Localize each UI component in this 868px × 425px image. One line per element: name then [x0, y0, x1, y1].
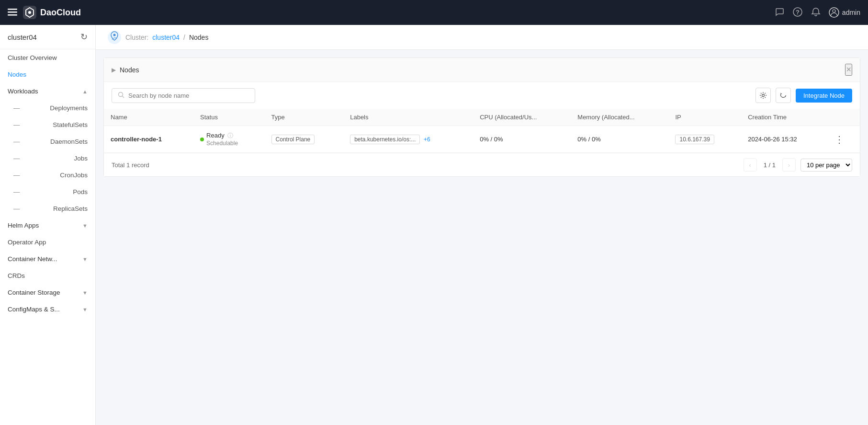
sidebar-label-container-storage: Container Storage	[8, 289, 60, 296]
page-info: 1 / 1	[762, 161, 778, 169]
cell-name: controller-node-1	[104, 126, 193, 153]
pagination-right: ‹ 1 / 1 › 10 per page 20 per page 50 per…	[744, 158, 852, 172]
sidebar-label-pods: Pods	[73, 188, 88, 195]
main-content: Cluster: cluster04 / Nodes ▶ Nodes ×	[96, 25, 868, 425]
col-memory: Memory (Allocated...	[571, 109, 668, 126]
refresh-icon	[779, 92, 787, 99]
sidebar-label-crds: CRDs	[8, 272, 25, 279]
user-menu[interactable]: admin	[829, 7, 860, 18]
sidebar-nav: Cluster Overview Nodes Workloads ▲ — Dep…	[0, 49, 95, 425]
col-cpu: CPU (Allocated/Us...	[473, 109, 571, 126]
svg-point-8	[833, 10, 835, 12]
cell-memory: 0% / 0%	[571, 126, 668, 153]
breadcrumb-cluster-label: Cluster:	[125, 34, 148, 41]
sidebar-item-replicasets[interactable]: — ReplicaSets	[0, 200, 95, 217]
sidebar-item-pods[interactable]: — Pods	[0, 184, 95, 200]
sidebar-label-statefulsets: StatefulSets	[53, 121, 88, 128]
sidebar-item-statefulsets[interactable]: — StatefulSets	[0, 116, 95, 133]
sidebar-item-container-storage[interactable]: Container Storage ▼	[0, 284, 95, 301]
svg-point-12	[762, 94, 764, 97]
cell-ip: 10.6.167.39	[668, 126, 741, 153]
help-icon[interactable]: ?	[792, 7, 803, 19]
sidebar-item-nodes[interactable]: Nodes	[0, 66, 95, 83]
sidebar-label-deployments: Deployments	[50, 104, 88, 112]
sidebar-item-daemonsets[interactable]: — DaemonSets	[0, 133, 95, 150]
svg-point-11	[119, 92, 123, 96]
close-panel-button[interactable]: ×	[845, 64, 852, 76]
sidebar-label-nodes: Nodes	[8, 71, 26, 78]
next-page-button[interactable]: ›	[782, 158, 796, 172]
sidebar-item-cluster-overview[interactable]: Cluster Overview	[0, 49, 95, 66]
sidebar-label-cluster-overview: Cluster Overview	[8, 54, 57, 61]
search-box[interactable]	[112, 88, 255, 103]
toolbar: Integrate Node	[104, 82, 860, 109]
sidebar-item-crds[interactable]: CRDs	[0, 267, 95, 284]
settings-button[interactable]	[755, 88, 771, 103]
cell-labels: beta.kubernetes.io/os:... +6	[343, 126, 473, 153]
search-input[interactable]	[128, 92, 249, 99]
search-icon	[118, 92, 124, 100]
sidebar-item-operator-app[interactable]: Operator App	[0, 234, 95, 251]
col-ip: IP	[668, 109, 741, 126]
pagination: Total 1 record ‹ 1 / 1 › 10 per page 20 …	[104, 153, 860, 176]
sidebar-item-cronjobs[interactable]: — CronJobs	[0, 167, 95, 184]
sidebar-label-workloads: Workloads	[8, 88, 38, 95]
sidebar-cluster-name: cluster04	[8, 33, 37, 41]
container-netw-chevron-icon: ▼	[82, 256, 88, 262]
chat-icon[interactable]	[774, 7, 785, 19]
sidebar-label-replicasets: ReplicaSets	[53, 205, 88, 212]
cell-cpu: 0% / 0%	[473, 126, 571, 153]
col-status: Status	[193, 109, 264, 126]
nodes-table: Name Status Type Labels CPU (Allocated/U…	[104, 109, 860, 153]
username: admin	[842, 9, 860, 16]
svg-rect-1	[8, 11, 17, 13]
sidebar-label-daemonsets: DaemonSets	[50, 138, 88, 145]
sidebar-label-cronjobs: CronJobs	[60, 172, 88, 179]
configmaps-chevron-icon: ▼	[82, 307, 88, 312]
prev-page-button[interactable]: ‹	[744, 158, 757, 172]
sidebar-label-operator-app: Operator App	[8, 239, 46, 246]
total-records: Total 1 record	[112, 161, 149, 169]
nodes-panel-label: Nodes	[120, 66, 139, 74]
notifications-icon[interactable]	[811, 7, 821, 19]
breadcrumb-cluster-name[interactable]: cluster04	[152, 34, 180, 41]
breadcrumb-separator: /	[183, 34, 185, 41]
breadcrumb-current: Nodes	[189, 34, 208, 41]
row-actions-button[interactable]: ⋮	[834, 134, 844, 145]
cell-creation-time: 2024-06-26 15:32	[741, 126, 828, 153]
menu-icon[interactable]	[8, 7, 17, 18]
refresh-button[interactable]	[776, 88, 791, 103]
gear-icon	[759, 92, 767, 99]
sidebar-item-configmaps[interactable]: ConfigMaps & S... ▼	[0, 301, 95, 318]
labels-more-button[interactable]: +6	[424, 136, 430, 143]
svg-point-10	[113, 34, 116, 36]
toolbar-right: Integrate Node	[755, 88, 852, 103]
sidebar-item-deployments[interactable]: — Deployments	[0, 100, 95, 116]
cell-actions: ⋮	[828, 126, 860, 153]
sidebar-item-helm-apps[interactable]: Helm Apps ▼	[0, 217, 95, 234]
sidebar-label-helm-apps: Helm Apps	[8, 222, 39, 229]
nodes-panel-title: ▶ Nodes	[112, 66, 139, 74]
svg-rect-2	[8, 14, 17, 16]
integrate-node-button[interactable]: Integrate Node	[796, 89, 852, 103]
sidebar-label-container-netw: Container Netw...	[8, 255, 57, 263]
svg-rect-0	[8, 9, 17, 10]
col-type: Type	[265, 109, 344, 126]
col-creation-time: Creation Time	[741, 109, 828, 126]
status-info-icon[interactable]: ⓘ	[227, 132, 233, 139]
sidebar-refresh-icon[interactable]: ↻	[80, 32, 88, 42]
panel-chevron-right-icon[interactable]: ▶	[112, 67, 116, 73]
nodes-panel: ▶ Nodes ×	[103, 57, 860, 177]
app-logo: DaoCloud	[23, 6, 81, 19]
cell-type: Control Plane	[265, 126, 344, 153]
sidebar-item-container-netw[interactable]: Container Netw... ▼	[0, 251, 95, 267]
container-storage-chevron-icon: ▼	[82, 290, 88, 296]
svg-point-4	[28, 11, 31, 14]
per-page-select[interactable]: 10 per page 20 per page 50 per page	[800, 159, 852, 172]
nodes-panel-header: ▶ Nodes ×	[104, 58, 860, 82]
col-labels: Labels	[343, 109, 473, 126]
top-nav: DaoCloud ? admin	[0, 0, 868, 25]
cell-status: Ready ⓘ Schedulable	[193, 126, 264, 153]
sidebar-item-workloads[interactable]: Workloads ▲	[0, 83, 95, 100]
sidebar-item-jobs[interactable]: — Jobs	[0, 150, 95, 167]
